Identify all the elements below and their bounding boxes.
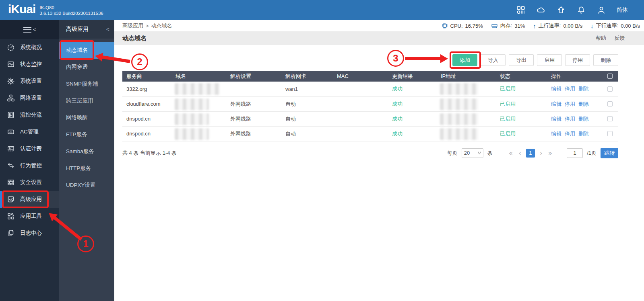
jump-button[interactable]: 跳转 (601, 148, 618, 158)
edit-link[interactable]: 编辑 (551, 116, 561, 122)
edit-link[interactable]: 编辑 (551, 101, 561, 107)
collapse-panel-icon[interactable]: < (106, 26, 109, 33)
network-icon (7, 94, 15, 102)
cell-nic: 自动 (282, 96, 334, 111)
blurred-ip (440, 128, 478, 140)
per-page-label: 每页 (447, 149, 458, 157)
ikuai-logo: iKuai (8, 2, 35, 16)
blurred-domain (175, 128, 209, 140)
disable-link[interactable]: 停用 (565, 101, 575, 107)
row-checkbox[interactable] (607, 101, 613, 106)
blurred-ip (440, 98, 478, 110)
home-upload-icon[interactable] (556, 5, 566, 15)
main-content: 高级应用 > 动态域名 CPU: 16.75% 内存: 31% ↑ 上行速率: … (114, 20, 644, 301)
table-row: cloudflare.com 外网线路 自动 成功 已启用 编辑停用删除 (122, 96, 618, 111)
logs-icon (7, 229, 15, 237)
submenu-item-http[interactable]: HTTP服务 (59, 160, 114, 177)
current-page-button[interactable]: 1 (526, 149, 535, 158)
table-header-row: 服务商 域名 解析设置 解析网卡 MAC 更新结果 IP地址 状态 操作 (122, 71, 618, 82)
toolbar: 添加 导入 导出 启用 停用 删除 (122, 54, 618, 66)
cell-provider: 3322.org (122, 82, 172, 96)
sidebar-item-status-monitor[interactable]: 状态监控 (0, 56, 59, 73)
unit-label: 条 (487, 149, 493, 157)
sidebar-item-behavior-control[interactable]: 行为管控 (0, 157, 59, 174)
col-provider: 服务商 (122, 71, 172, 82)
bell-icon[interactable] (576, 5, 586, 15)
annotation-box-ddns (60, 40, 94, 60)
next-page-button[interactable]: › (539, 149, 543, 157)
feedback-link[interactable]: 反馈 (614, 35, 625, 42)
row-checkbox[interactable] (607, 86, 613, 92)
page-title-bar: 动态域名 帮助 反馈 (114, 31, 644, 45)
export-button[interactable]: 导出 (509, 54, 534, 66)
user-icon[interactable] (597, 5, 606, 15)
submenu-item-wake-on-lan[interactable]: 网络唤醒 (59, 109, 114, 126)
blurred-domain (175, 113, 209, 125)
sidebar-item-system-settings[interactable]: 系统设置 (0, 73, 59, 90)
sidebar-item-security-settings[interactable]: 安全设置 (0, 174, 59, 191)
cell-mac (334, 111, 389, 126)
chevron-down-icon: ∨ (477, 150, 481, 156)
annotation-box-advanced-apps (2, 190, 49, 208)
blurred-domain (175, 83, 220, 95)
tools-icon (7, 212, 15, 220)
gauge-icon (7, 43, 15, 51)
blurred-domain (175, 98, 209, 110)
select-all-checkbox[interactable] (607, 74, 613, 79)
cloud-icon[interactable] (536, 5, 546, 15)
device-info: IK-Q80 3.6.13 x32 Build202301131536 (39, 5, 103, 16)
delete-button[interactable]: 删除 (593, 54, 618, 66)
sidebar-item-auth-billing[interactable]: 认证计费 (0, 140, 59, 157)
prev-page-button[interactable]: ‹ (518, 149, 522, 157)
help-link[interactable]: 帮助 (596, 35, 606, 42)
delete-link[interactable]: 删除 (578, 131, 589, 137)
col-status: 状态 (497, 71, 548, 82)
col-nic: 解析网卡 (282, 71, 334, 82)
sliders-icon (7, 111, 15, 119)
annotation-step-3: 3 (387, 50, 404, 67)
cell-provider: dnspod.cn (122, 111, 172, 126)
cell-nic: wan1 (282, 82, 334, 96)
first-page-button[interactable]: « (508, 149, 514, 157)
page-jump-input[interactable] (567, 148, 583, 158)
row-checkbox[interactable] (607, 131, 613, 136)
cell-result: 成功 (389, 82, 438, 96)
cpu-stat: CPU: 16.75% (442, 23, 483, 29)
submenu-item-snmp[interactable]: SNMP服务端 (59, 76, 114, 92)
swap-arrows-icon (7, 162, 15, 170)
sidebar-item-system-overview[interactable]: 系统概况 (0, 39, 59, 56)
system-stats: CPU: 16.75% 内存: 31% ↑ 上行速率: 0.00 B/s ↓ 下… (442, 22, 640, 29)
sidebar-item-log-center[interactable]: 日志中心 (0, 225, 59, 242)
breadcrumb-section: 高级应用 (122, 22, 143, 29)
edit-link[interactable]: 编辑 (551, 86, 561, 92)
delete-link[interactable]: 删除 (578, 86, 589, 92)
cell-result: 成功 (389, 96, 438, 111)
main-sidebar: < 系统概况 状态监控 系统设置 网络设置 流控分流 AC管理 认证计费 行为管… (0, 20, 59, 301)
sidebar-item-network-settings[interactable]: 网络设置 (0, 90, 59, 106)
submenu-item-samba[interactable]: Samba服务 (59, 143, 114, 160)
row-checkbox[interactable] (607, 116, 613, 121)
delete-link[interactable]: 删除 (578, 101, 589, 107)
import-button[interactable]: 导入 (481, 54, 506, 66)
enable-button[interactable]: 启用 (537, 54, 562, 66)
sidebar-toggle[interactable]: < (0, 20, 59, 39)
disable-link[interactable]: 停用 (565, 131, 575, 137)
cpu-icon (442, 23, 448, 29)
sidebar-item-ac-management[interactable]: AC管理 (0, 123, 59, 140)
last-page-button[interactable]: » (547, 149, 553, 157)
page-title: 动态域名 (122, 35, 147, 42)
delete-link[interactable]: 删除 (578, 116, 589, 122)
submenu-item-ftp[interactable]: FTP服务 (59, 126, 114, 143)
sidebar-item-traffic-control[interactable]: 流控分流 (0, 106, 59, 123)
per-page-select[interactable]: 20 ∨ (462, 148, 483, 158)
disable-link[interactable]: 停用 (565, 86, 575, 92)
language-switch[interactable]: 简体 (617, 6, 628, 14)
disable-link[interactable]: 停用 (565, 116, 575, 122)
disable-button[interactable]: 停用 (565, 54, 590, 66)
submenu-item-udpxy[interactable]: UDPXY设置 (59, 177, 114, 194)
apps-grid-icon[interactable] (516, 5, 526, 15)
edit-link[interactable]: 编辑 (551, 131, 561, 137)
submenu-item-cross-l3[interactable]: 跨三层应用 (59, 92, 114, 109)
pagination-row: 共 4 条 当前显示 1-4 条 每页 20 ∨ 条 « ‹ 1 › » /1页… (122, 148, 618, 158)
annotation-arrow-3 (405, 54, 448, 63)
